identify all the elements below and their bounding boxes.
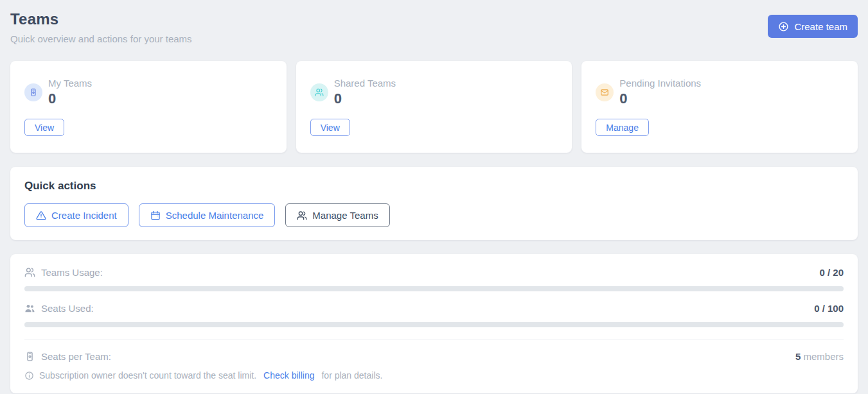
page-subtitle: Quick overview and actions for your team… [10, 33, 192, 44]
quick-actions-title: Quick actions [24, 180, 844, 193]
stat-card-pending-invitations: Pending Invitations 0 Manage [581, 61, 858, 153]
seats-per-team-label-group: Seats per Team: [24, 351, 111, 362]
card-text: Pending Invitations 0 [619, 78, 701, 107]
create-team-label: Create team [794, 21, 847, 32]
seats-used-value: 0 / 100 [814, 303, 844, 314]
view-shared-teams-button[interactable]: View [310, 119, 350, 136]
mail-icon [596, 83, 614, 101]
card-text: Shared Teams 0 [334, 78, 396, 107]
seats-used-label-group: Seats Used: [24, 303, 94, 314]
seats-per-team-row: Seats per Team: 5 members [24, 351, 844, 362]
schedule-maintenance-button[interactable]: Schedule Maintenance [139, 203, 276, 227]
manage-invitations-button[interactable]: Manage [596, 119, 649, 136]
stat-card-shared-teams: Shared Teams 0 View [296, 61, 572, 153]
stat-cards: My Teams 0 View Shared Teams 0 View [10, 61, 858, 153]
manage-teams-label: Manage Teams [312, 210, 378, 221]
users-icon [297, 210, 307, 221]
card-count: 0 [619, 90, 701, 107]
seats-per-team-label: Seats per Team: [41, 351, 111, 362]
teams-usage-row: Teams Usage: 0 / 20 [24, 267, 844, 278]
teams-page: Teams Quick overview and actions for you… [0, 0, 868, 393]
warning-icon [36, 210, 46, 221]
page-title: Teams [10, 10, 192, 28]
seats-per-team-value: 5 members [795, 351, 844, 362]
plus-circle-icon [778, 21, 789, 32]
create-team-button[interactable]: Create team [768, 15, 858, 38]
calendar-icon [150, 210, 161, 221]
seats-used-label: Seats Used: [41, 303, 94, 314]
seats-used-progressbar [24, 322, 844, 327]
manage-teams-button[interactable]: Manage Teams [285, 203, 389, 227]
create-incident-label: Create Incident [51, 210, 117, 221]
seats-per-team-unit: members [803, 351, 844, 362]
quick-actions-panel: Quick actions Create Incident Schedule M… [10, 167, 858, 240]
users-filled-icon [24, 303, 35, 314]
quick-actions-row: Create Incident Schedule Maintenance Man… [24, 203, 844, 227]
seat-limit-note: Subscription owner doesn't count toward … [24, 370, 844, 381]
note-text: Subscription owner doesn't count toward … [39, 370, 256, 381]
team-outline-icon [24, 267, 35, 278]
header-text: Teams Quick overview and actions for you… [10, 10, 192, 44]
seats-per-team-number: 5 [795, 351, 801, 362]
usage-panel: Teams Usage: 0 / 20 Seats Used: 0 / 100 [10, 254, 858, 393]
team-icon [310, 83, 328, 101]
stat-card-my-teams: My Teams 0 View [10, 61, 287, 153]
check-billing-link[interactable]: Check billing [263, 370, 314, 381]
seats-used-row: Seats Used: 0 / 100 [24, 303, 844, 314]
card-text: My Teams 0 [48, 78, 92, 107]
teams-usage-label-group: Teams Usage: [24, 267, 103, 278]
id-badge-icon [24, 83, 42, 101]
card-label: Pending Invitations [619, 78, 701, 89]
id-badge-icon [24, 351, 35, 362]
page-header: Teams Quick overview and actions for you… [10, 10, 858, 44]
teams-usage-progressbar [24, 286, 844, 291]
usage-divider [24, 339, 844, 339]
teams-usage-label: Teams Usage: [41, 267, 103, 278]
view-my-teams-button[interactable]: View [24, 119, 64, 136]
card-count: 0 [334, 90, 396, 107]
info-icon [24, 371, 34, 381]
card-top: My Teams 0 [24, 78, 272, 107]
card-label: Shared Teams [334, 78, 396, 89]
teams-usage-value: 0 / 20 [819, 267, 844, 278]
schedule-maintenance-label: Schedule Maintenance [166, 210, 264, 221]
card-label: My Teams [48, 78, 92, 89]
create-incident-button[interactable]: Create Incident [24, 203, 128, 227]
card-count: 0 [48, 90, 92, 107]
note-suffix: for plan details. [321, 370, 382, 381]
card-top: Shared Teams 0 [310, 78, 558, 107]
card-top: Pending Invitations 0 [596, 78, 844, 107]
